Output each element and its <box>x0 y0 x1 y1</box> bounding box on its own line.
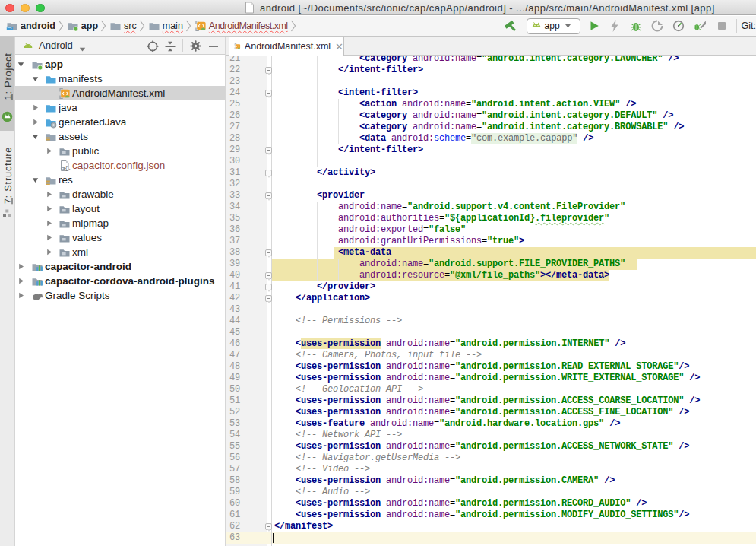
svg-text:{..: {.. <box>65 165 71 171</box>
